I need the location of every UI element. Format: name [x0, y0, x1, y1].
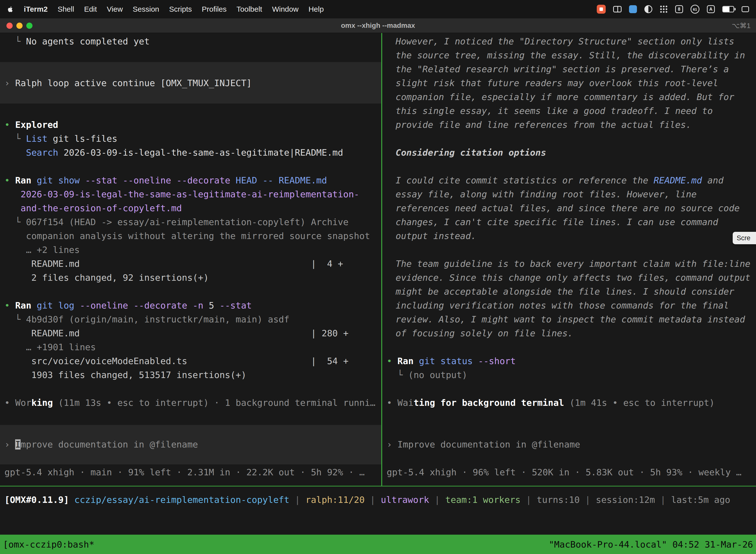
menu-item-scripts[interactable]: Scripts [169, 5, 192, 13]
text-segment: └ [4, 133, 26, 144]
terminal-line: might be acceptable alongside the file l… [387, 285, 756, 298]
text-segment: Ralph loop active continue [OMX_TMUX_INJ… [15, 78, 252, 88]
battery-percent-icon[interactable]: 61 [691, 5, 699, 14]
terminal-line: the "Related research writing" section i… [387, 62, 756, 76]
screen-recording-indicator-icon[interactable] [597, 5, 606, 14]
terminal-line [387, 382, 756, 396]
menu-item-profiles[interactable]: Profiles [202, 5, 227, 13]
terminal-line: 1903 files changed, 513517 insertions(+) [4, 368, 381, 382]
terminal-line: Considering citation options [387, 146, 756, 160]
app-grid-icon[interactable] [660, 5, 668, 13]
text-segment: (no output) [408, 370, 467, 380]
text-segment: HEAD -- README.md [236, 175, 327, 185]
window-manager-icon[interactable] [613, 6, 622, 12]
menu-item-session[interactable]: Session [133, 5, 159, 13]
screen: { "menu_bar": { "items": ["iTerm2","Shel… [0, 0, 756, 554]
text-segment: changes, I can't cite specific file line… [396, 217, 718, 227]
text-segment: › [4, 78, 15, 88]
menu-item-iterm2[interactable]: iTerm2 [24, 5, 48, 13]
menu-item-window[interactable]: Window [272, 5, 299, 13]
text-segment: king [31, 398, 53, 408]
terminal-line: • Explored [4, 118, 381, 132]
close-button[interactable] [6, 22, 13, 29]
terminal-line: • Working (11m 13s • esc to interrupt) ·… [4, 396, 381, 410]
terminal-line: this single essay, it seems like a good … [387, 104, 756, 118]
terminal-line [387, 410, 756, 424]
terminal-line: output instead. [387, 229, 756, 243]
text-segment: including verification notes with those … [396, 300, 729, 311]
menu-item-view[interactable]: View [107, 5, 123, 13]
tmux-host-clock: "MacBook-Pro-44.local" 04:52 31-Mar-26 [549, 539, 753, 550]
text-segment: of focusing solely on file lines. [396, 328, 573, 338]
terminal-line [387, 451, 756, 465]
text-segment [4, 203, 20, 213]
terminal-line: › Ralph loop active continue [OMX_TMUX_I… [4, 76, 381, 90]
text-segment: gpt-5.4 xhigh · main · 91% left · 2.31M … [4, 467, 365, 477]
menu-item-edit[interactable]: Edit [84, 5, 97, 13]
text-segment: Explored [15, 120, 58, 130]
terminal-line: [OMX#0.11.9] cczip/essay/ai-reimplementa… [4, 493, 756, 507]
text-segment: I [15, 439, 20, 449]
menu-item-help[interactable]: Help [309, 5, 324, 13]
keyboard-stat-icon[interactable]: 8 [675, 5, 683, 13]
menu-item-shell[interactable]: Shell [58, 5, 74, 13]
text-segment: … +2 lines [4, 245, 80, 255]
terminal-line: └ 067f154 (HEAD -> essay/ai-reimplementa… [4, 215, 381, 229]
apple-menu[interactable] [7, 6, 14, 13]
minimize-button[interactable] [16, 22, 22, 29]
terminal-line: of focusing solely on file lines. [387, 326, 756, 340]
terminal-line: including verification notes with those … [387, 298, 756, 313]
text-segment: --stat [219, 300, 252, 311]
window-title: omx --xhigh --madmax [341, 21, 415, 30]
apple-logo-icon [7, 6, 14, 13]
terminal-line [4, 424, 381, 438]
terminal-line: … +1901 lines [4, 340, 381, 354]
terminal-line: • Ran git status --short [387, 354, 756, 368]
left-pane[interactable]: └ No agents completed yet› Ralph loop ac… [0, 33, 381, 486]
terminal-line: › Improve documentation in @filename [387, 438, 756, 451]
text-segment: git log [37, 300, 80, 311]
terminal-line: └ List git ls-files [4, 132, 381, 146]
text-segment: cczip/essay/ai-reimplementation-copyleft [74, 495, 290, 505]
text-segment: 5 [209, 300, 219, 311]
window-title-bar: omx --xhigh --madmax ⌥⌘1 [0, 18, 756, 33]
text-segment: • Wor [4, 398, 31, 408]
input-source-icon[interactable]: A [707, 5, 715, 13]
text-segment: I could cite commit statistics or refere… [396, 175, 653, 185]
tmux-session-info: [omx-cczip0:bash* [3, 539, 94, 550]
text-segment: Search [26, 148, 58, 158]
text-segment: • [4, 120, 15, 130]
text-segment: (1m 41s • esc to interrupt) [564, 398, 714, 408]
text-segment: review. Also, I might want to inspect th… [396, 314, 745, 324]
text-segment: › [387, 439, 397, 449]
terminal-line [4, 62, 381, 76]
menu-extra-icon[interactable] [742, 6, 749, 12]
screenshot-app-icon[interactable] [644, 5, 652, 13]
docker-menu-icon[interactable] [629, 5, 637, 13]
text-segment: Considering citation options [396, 148, 546, 158]
text-segment: companion file, especially if more comme… [396, 92, 734, 102]
terminal-line: the source tree, missing the essay. Stil… [387, 48, 756, 62]
right-pane[interactable]: However, I noticed the "Directory Struct… [382, 33, 756, 486]
text-segment: README.md | 280 + [4, 328, 349, 338]
text-segment: • [387, 356, 397, 366]
battery-icon[interactable] [722, 6, 734, 12]
text-segment: Ran [15, 300, 37, 311]
text-segment: └ [4, 36, 26, 46]
terminal-line: … +2 lines [4, 243, 381, 257]
zoom-button[interactable] [26, 22, 33, 29]
terminal-line: gpt-5.4 xhigh · 96% left · 520K in · 5.8… [387, 465, 756, 479]
text-segment: | [365, 495, 381, 505]
text-segment: the "Related research writing" section i… [396, 64, 729, 74]
terminal: └ No agents completed yet› Ralph loop ac… [0, 33, 756, 486]
terminal-line [4, 410, 381, 424]
text-segment: 2026-03-09-is-legal-the-same-as-legitima… [20, 189, 359, 199]
terminal-line: Search 2026-03-09-is-legal-the-same-as-l… [4, 146, 381, 160]
menu-item-toolbelt[interactable]: Toolbelt [237, 5, 262, 13]
text-segment: ting for background terminal [414, 398, 564, 408]
text-segment: turns:10 [537, 495, 580, 505]
terminal-line: companion file, especially if more comme… [387, 90, 756, 104]
text-segment: | [521, 495, 537, 505]
terminal-line: • Ran git log --oneline --decorate -n 5 … [4, 298, 381, 313]
notification-peek[interactable]: Scre [733, 232, 756, 244]
